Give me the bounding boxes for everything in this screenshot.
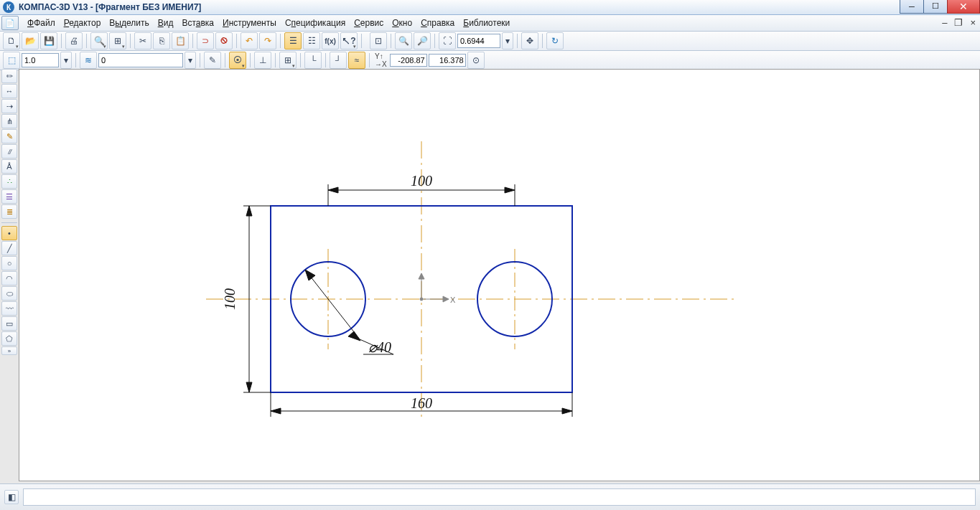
ellipse-tool[interactable]: ⬭ — [1, 286, 17, 301]
dim-rect-height: 100 — [222, 288, 238, 310]
arc-tool[interactable]: ◠ — [1, 271, 17, 285]
menu-spec[interactable]: Спецификация — [281, 16, 350, 30]
zoom-window-icon: ⊡ — [375, 36, 382, 46]
new-button[interactable]: 🗋 — [3, 32, 20, 49]
pan-icon: ✥ — [526, 36, 533, 46]
svg-marker-30 — [348, 331, 360, 341]
ortho-button[interactable]: ┘ — [330, 52, 347, 69]
zoom-value-input[interactable]: 0.6944 — [457, 34, 500, 48]
drawing-canvas[interactable]: X 100 160 100 ⌀40 — [19, 69, 980, 481]
window-title: КОМПАС-3D V13 - [Фрагмент БЕЗ ИМЕНИ7] — [19, 2, 201, 12]
stop-button[interactable]: 🛇 — [215, 32, 233, 49]
redo-button[interactable]: ↷ — [259, 32, 276, 49]
polygn-tool[interactable]: ⬠ — [1, 331, 17, 346]
snap-button[interactable]: ⦿ — [229, 52, 246, 69]
perpendicular-button[interactable]: ⊥ — [254, 52, 271, 69]
layer-dropdown[interactable]: ▾ — [185, 52, 196, 69]
zoom-fit-button[interactable]: ⛶ — [439, 32, 456, 49]
system-menu-button[interactable]: 📄 — [1, 16, 19, 30]
menu-view[interactable]: Вид — [154, 16, 178, 30]
param-tool[interactable]: ⫽ — [1, 144, 17, 159]
variables-button[interactable]: f(x) — [322, 32, 339, 49]
notation-tool[interactable]: ⇢ — [1, 99, 17, 113]
scale-input[interactable]: 1.0 — [22, 53, 59, 67]
refresh-button[interactable]: ↻ — [546, 32, 564, 49]
mdi-close-button[interactable]: × — [970, 17, 976, 28]
dimensions-tool[interactable]: ↔ — [1, 84, 17, 98]
measure-tool[interactable]: Å — [1, 159, 17, 174]
mdi-minimize-button[interactable]: – — [942, 17, 947, 28]
select-tool[interactable]: ∴ — [1, 174, 17, 189]
print-button[interactable]: 🖨 — [65, 32, 83, 49]
redo-icon: ↷ — [264, 36, 271, 46]
coord-lock-button[interactable]: ⊙ — [467, 52, 485, 69]
menu-file[interactable]: ФФайл — [23, 16, 60, 30]
brush-button[interactable]: ✎ — [204, 52, 221, 69]
expand-tool[interactable]: » — [1, 346, 17, 355]
zoom-in-button[interactable]: 🔍 — [395, 32, 412, 49]
undo-button[interactable]: ↶ — [241, 32, 258, 49]
rect-tool[interactable]: ▭ — [1, 316, 17, 331]
menu-tools[interactable]: Инструменты — [218, 16, 281, 30]
open-button[interactable]: 📂 — [22, 32, 39, 49]
reports-tool[interactable]: ≣ — [1, 204, 17, 219]
geometry-tool[interactable]: ✏ — [1, 69, 17, 83]
point-tool[interactable]: • — [1, 226, 17, 240]
menu-libraries[interactable]: Библиотеки — [459, 16, 514, 30]
coord-y-text: 16.378 — [439, 56, 464, 65]
lcs-icon: └ — [310, 55, 317, 65]
grid-button[interactable]: ⊞ — [279, 52, 297, 69]
layer-input[interactable]: 0 — [98, 53, 183, 67]
menu-insert[interactable]: Вставка — [177, 16, 218, 30]
copy-button[interactable]: ⎘ — [153, 32, 170, 49]
circle-tool[interactable]: ○ — [1, 256, 17, 270]
message-area — [23, 488, 976, 506]
edit-tool[interactable]: ✎ — [1, 129, 17, 143]
mdi-restore-button[interactable]: ❐ — [954, 17, 963, 28]
scale-text: 1.0 — [24, 56, 35, 65]
svg-marker-17 — [505, 187, 515, 193]
title-bar: К КОМПАС-3D V13 - [Фрагмент БЕЗ ИМЕНИ7] … — [0, 0, 980, 15]
paste-button[interactable]: 📋 — [172, 32, 189, 49]
preview-button[interactable]: 🔍 — [90, 32, 108, 49]
point-icon: • — [8, 229, 11, 237]
coord-x-input[interactable]: -208.87 — [390, 54, 427, 67]
zoom-dropdown-button[interactable]: ▾ — [502, 32, 513, 49]
spec-button[interactable]: ☷ — [303, 32, 320, 49]
scale-dropdown[interactable]: ▾ — [60, 52, 72, 69]
help-context-button[interactable]: ⭦? — [340, 32, 358, 49]
close-button[interactable]: ✕ — [947, 0, 980, 14]
spec2-tool[interactable]: ☰ — [1, 189, 17, 204]
coord-y-input[interactable]: 16.378 — [429, 54, 466, 67]
maximize-button[interactable]: ☐ — [923, 0, 947, 14]
status-expand-button[interactable]: ◧ — [4, 490, 19, 504]
save-button[interactable]: 💾 — [40, 32, 57, 49]
manager-button[interactable]: ☰ — [284, 32, 302, 49]
menu-editor[interactable]: Редактор — [60, 16, 106, 30]
menu-select[interactable]: Выделить — [105, 16, 153, 30]
snap-icon: ⦿ — [233, 55, 242, 65]
zoom-out-button[interactable]: 🔎 — [414, 32, 431, 49]
svg-marker-26 — [246, 206, 252, 216]
svg-marker-16 — [328, 187, 338, 193]
line-tool[interactable]: ╱ — [1, 241, 17, 255]
properties-button[interactable]: ⊞ — [109, 32, 126, 49]
roughness-tool[interactable]: ⋔ — [1, 114, 17, 128]
menu-service[interactable]: Сервис — [350, 16, 388, 30]
cut-button[interactable]: ✂ — [134, 32, 151, 49]
pan-button[interactable]: ✥ — [521, 32, 538, 49]
minimize-button[interactable]: ─ — [900, 0, 923, 14]
menu-help[interactable]: Справка — [416, 16, 459, 30]
magnet-button[interactable]: ⊃ — [197, 32, 214, 49]
spec2-icon: ☰ — [6, 192, 13, 202]
current-state-button[interactable]: ⬚ — [3, 52, 20, 69]
state-icon: ⬚ — [8, 55, 16, 65]
menu-window[interactable]: Окно — [388, 16, 416, 30]
zoom-window-button[interactable]: ⊡ — [370, 32, 387, 49]
ortho-lcs-button[interactable]: └ — [304, 52, 322, 69]
layer-icon-button[interactable]: ≋ — [80, 52, 97, 69]
spline-tool[interactable]: 〰 — [1, 301, 17, 316]
round-button[interactable]: ≈ — [348, 52, 365, 69]
zoom-out-icon: 🔎 — [417, 36, 428, 46]
svg-marker-22 — [562, 408, 572, 414]
